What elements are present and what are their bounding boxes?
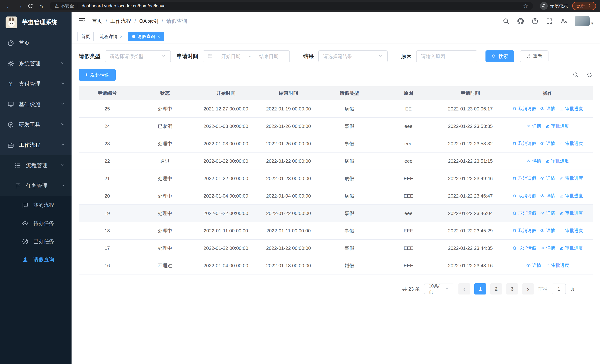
approval-progress-link[interactable]: 审批进度: [559, 228, 583, 233]
tab-process-detail[interactable]: 流程详情 ×: [96, 32, 126, 41]
cell-operations: 取消请假 详情 审批进度: [503, 239, 593, 257]
detail-link[interactable]: 详情: [540, 245, 555, 251]
gear-icon: [7, 60, 14, 67]
approval-progress-link[interactable]: 审批进度: [545, 262, 569, 268]
browser-update-button[interactable]: 更新 ⋮: [572, 2, 596, 10]
security-chip[interactable]: ⚠ 不安全: [55, 3, 74, 9]
sidebar-item-leave-query[interactable]: 请假查询: [0, 251, 72, 269]
cancel-leave-link[interactable]: 取消请假: [512, 228, 536, 233]
cell-reason: EEE: [379, 170, 438, 187]
approval-progress-link[interactable]: 审批进度: [545, 123, 569, 129]
cell-operations: 详情 审批进度: [503, 118, 593, 135]
create-leave-button[interactable]: + 发起请假: [79, 69, 116, 81]
approval-progress-link[interactable]: 审批进度: [545, 158, 569, 164]
detail-link[interactable]: 详情: [540, 210, 555, 216]
detail-link[interactable]: 详情: [526, 262, 541, 268]
close-icon[interactable]: ×: [157, 34, 160, 39]
chevron-down-icon: [161, 53, 166, 59]
cancel-leave-link[interactable]: 取消请假: [512, 140, 536, 146]
page-size-select[interactable]: 10条/页: [424, 284, 454, 294]
trash-icon: [512, 106, 517, 111]
sidebar-collapse-button[interactable]: [78, 17, 86, 25]
sidebar-item-my-process[interactable]: 我的流程: [0, 196, 72, 214]
approval-progress-link[interactable]: 审批进度: [559, 106, 583, 112]
detail-link[interactable]: 详情: [540, 175, 555, 181]
detail-link[interactable]: 详情: [526, 158, 541, 164]
leave-type-select[interactable]: 请选择请假类型: [105, 50, 171, 62]
detail-link[interactable]: 详情: [526, 123, 541, 129]
apply-time-range-picker[interactable]: 开始日期 - 结束日期: [203, 50, 290, 62]
sidebar-item-system[interactable]: 系统管理: [0, 53, 72, 74]
sidebar-item-home[interactable]: 首页: [0, 33, 72, 53]
user-menu[interactable]: ▾: [575, 16, 593, 26]
reason-input[interactable]: 请输入原因: [416, 50, 477, 62]
breadcrumb-workflow[interactable]: 工作流程: [111, 18, 131, 25]
page-button-1[interactable]: 1: [474, 283, 486, 295]
prev-page-button[interactable]: ‹: [459, 283, 470, 295]
sidebar-item-infra[interactable]: 基础设施: [0, 94, 72, 114]
edit-icon: [559, 194, 563, 198]
avatar[interactable]: [575, 16, 590, 26]
incognito-label: 无痕模式: [550, 3, 568, 9]
cell-apply-id: 22: [79, 152, 135, 170]
cell-operations: 取消请假 详情 审批进度: [503, 135, 593, 152]
search-button[interactable]: 搜索: [486, 50, 514, 62]
end-date-input[interactable]: 结束日期: [252, 53, 285, 60]
cell-reason: EE: [379, 100, 438, 118]
tab-home[interactable]: 首页: [77, 32, 94, 41]
sidebar-item-devtools[interactable]: 研发工具: [0, 114, 72, 135]
detail-link[interactable]: 详情: [540, 106, 555, 112]
active-dot: [132, 35, 135, 38]
toggle-search-icon[interactable]: [572, 72, 579, 78]
breadcrumb-home[interactable]: 首页: [92, 18, 102, 25]
goto-page-input[interactable]: [552, 284, 566, 294]
detail-link[interactable]: 详情: [540, 140, 555, 146]
table-header-row: 申请编号 状态 开始时间 结束时间 请假类型 原因 申请时间 操作: [79, 86, 593, 100]
bookmark-star-icon[interactable]: ☆: [523, 3, 528, 9]
fullscreen-icon[interactable]: [546, 18, 553, 25]
browser-home-button[interactable]: ⌂: [36, 1, 46, 11]
approval-progress-link[interactable]: 审批进度: [559, 193, 583, 199]
help-icon[interactable]: [531, 18, 538, 25]
breadcrumb-oa-example[interactable]: OA 示例: [139, 18, 159, 25]
approval-progress-link[interactable]: 审批进度: [559, 210, 583, 216]
page-button-3[interactable]: 3: [506, 283, 518, 295]
approval-progress-link[interactable]: 审批进度: [559, 245, 583, 251]
cancel-leave-link[interactable]: 取消请假: [512, 106, 536, 112]
cancel-leave-link[interactable]: 取消请假: [512, 245, 536, 251]
app-title: 芋道管理系统: [22, 18, 57, 27]
sidebar-item-done-tasks[interactable]: 已办任务: [0, 233, 72, 251]
browser-back-button[interactable]: ←: [4, 1, 14, 11]
cell-operations: 取消请假 详情 审批进度: [503, 222, 593, 239]
browser-reload-button[interactable]: [26, 1, 35, 11]
sidebar-item-workflow[interactable]: 工作流程: [0, 135, 72, 155]
address-bar[interactable]: ⚠ 不安全 dashboard.yudao.iocoder.cn/bpm/oa/…: [50, 2, 533, 10]
approval-progress-link[interactable]: 审批进度: [559, 140, 583, 146]
detail-link[interactable]: 详情: [540, 193, 555, 199]
reset-button[interactable]: 重置: [520, 50, 548, 62]
result-select[interactable]: 请选择流结果: [318, 50, 388, 62]
sidebar-item-todo-tasks[interactable]: 待办任务: [0, 214, 72, 233]
next-page-button[interactable]: ›: [522, 283, 534, 295]
start-date-input[interactable]: 开始日期: [215, 53, 247, 60]
cell-status: 通过: [135, 152, 195, 170]
font-size-icon[interactable]: [560, 18, 567, 25]
browser-forward-button[interactable]: →: [15, 1, 24, 11]
cell-leave-type: 事假: [320, 222, 379, 239]
cancel-leave-link[interactable]: 取消请假: [512, 175, 536, 181]
refresh-table-icon[interactable]: [586, 72, 593, 78]
cancel-leave-link[interactable]: 取消请假: [512, 193, 536, 199]
sidebar-item-process-mgmt[interactable]: 流程管理: [0, 155, 72, 176]
cell-operations: 取消请假 详情 审批进度: [503, 187, 593, 205]
tab-leave-query[interactable]: 请假查询 ×: [128, 32, 164, 41]
sidebar-item-task-mgmt[interactable]: 任务管理: [0, 176, 72, 196]
detail-link[interactable]: 详情: [540, 228, 555, 233]
search-icon[interactable]: [503, 18, 510, 25]
close-icon[interactable]: ×: [120, 34, 122, 39]
browser-menu-icon[interactable]: ⋮: [587, 3, 592, 9]
approval-progress-link[interactable]: 审批进度: [559, 175, 583, 181]
page-button-2[interactable]: 2: [490, 283, 502, 295]
cancel-leave-link[interactable]: 取消请假: [512, 210, 536, 216]
sidebar-item-payment[interactable]: ¥ 支付管理: [0, 74, 72, 94]
github-icon[interactable]: [517, 18, 524, 25]
